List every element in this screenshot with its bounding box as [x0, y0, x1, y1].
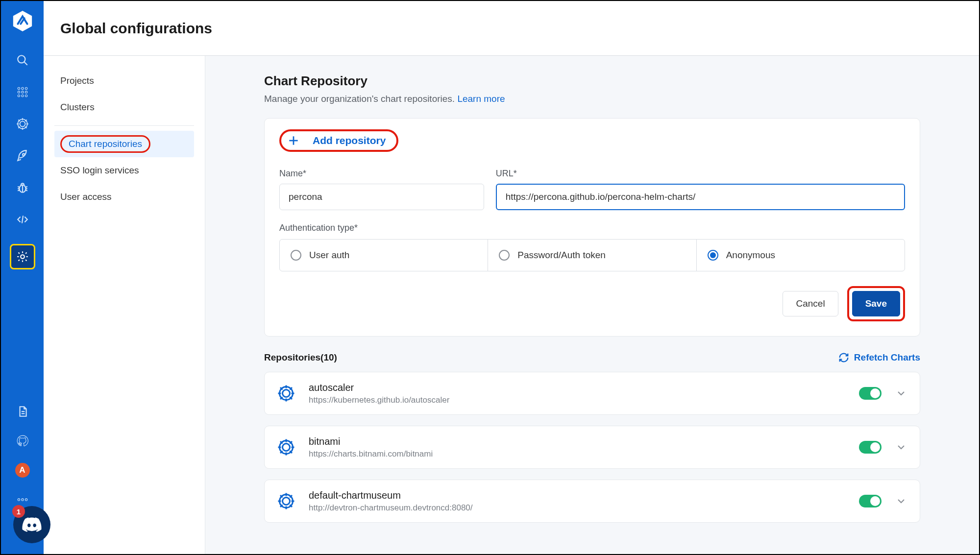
avatar[interactable]: A — [15, 463, 30, 478]
helm-icon — [277, 438, 295, 456]
save-button[interactable]: Save — [852, 291, 900, 316]
svg-point-50 — [283, 444, 290, 451]
name-label: Name* — [279, 169, 484, 179]
repo-toggle[interactable] — [859, 441, 882, 454]
sidebar-item-sso[interactable]: SSO login services — [54, 157, 194, 184]
auth-option-anonymous[interactable]: Anonymous — [697, 240, 905, 271]
svg-point-40 — [283, 390, 290, 397]
auth-option-user-auth[interactable]: User auth — [280, 240, 488, 271]
main-nav-rail: A — [1, 1, 44, 554]
url-input[interactable] — [496, 184, 905, 210]
repo-toggle[interactable] — [859, 387, 882, 400]
main-content: Chart Repository Manage your organizatio… — [205, 56, 979, 554]
add-repo-card: Add repository Name* URL* Authentication… — [264, 118, 920, 337]
radio-icon — [499, 250, 510, 261]
repositories-heading: Repositories(10) — [264, 352, 337, 363]
global-config-icon[interactable] — [10, 244, 35, 269]
cancel-button[interactable]: Cancel — [783, 291, 838, 316]
svg-point-10 — [21, 95, 23, 97]
svg-line-31 — [22, 216, 23, 223]
repo-name: autoscaler — [309, 382, 845, 393]
radio-icon — [291, 250, 301, 261]
sidebar-item-chart-repositories[interactable]: Chart repositories — [54, 131, 194, 157]
svg-point-9 — [18, 95, 20, 97]
svg-point-22 — [23, 154, 24, 156]
svg-point-36 — [21, 499, 23, 501]
discord-bubble[interactable]: 1 — [13, 506, 50, 543]
repo-url: https://charts.bitnami.com/bitnami — [309, 449, 845, 459]
settings-sidebar: Projects Clusters Chart repositories SSO… — [44, 56, 205, 554]
svg-point-5 — [25, 87, 27, 89]
repo-row: default-chartmuseum http://devtron-chart… — [264, 480, 920, 523]
auth-type-group: User auth Password/Auth token Anonymous — [279, 239, 905, 271]
sidebar-item-projects[interactable]: Projects — [54, 68, 194, 94]
helm-icon — [277, 385, 295, 402]
svg-point-8 — [25, 91, 27, 93]
repo-url: https://kubernetes.github.io/autoscaler — [309, 395, 845, 405]
section-subtitle: Manage your organization's chart reposit… — [264, 94, 920, 104]
avatar-letter: A — [19, 465, 25, 475]
svg-point-1 — [18, 55, 25, 63]
add-repository-button[interactable]: Add repository — [279, 129, 398, 152]
chevron-down-icon[interactable] — [895, 441, 907, 453]
svg-point-11 — [25, 95, 27, 97]
svg-point-3 — [18, 87, 20, 89]
bug-icon[interactable] — [15, 180, 30, 195]
svg-point-4 — [21, 87, 23, 89]
app-logo[interactable] — [11, 10, 34, 32]
svg-point-60 — [283, 498, 290, 505]
plus-icon — [287, 134, 300, 147]
docs-icon[interactable] — [15, 404, 30, 419]
repo-toggle[interactable] — [859, 495, 882, 507]
repo-name: default-chartmuseum — [309, 490, 845, 501]
repo-row: bitnami https://charts.bitnami.com/bitna… — [264, 426, 920, 469]
name-input[interactable] — [279, 184, 484, 210]
deploy-icon[interactable] — [15, 148, 30, 163]
search-icon[interactable] — [15, 53, 30, 68]
svg-point-7 — [21, 91, 23, 93]
discord-badge: 1 — [12, 505, 25, 518]
repo-row: autoscaler https://kubernetes.github.io/… — [264, 372, 920, 415]
svg-point-37 — [25, 499, 27, 501]
auth-option-password[interactable]: Password/Auth token — [488, 240, 696, 271]
sidebar-item-clusters[interactable]: Clusters — [54, 94, 194, 121]
helm-icon[interactable] — [15, 117, 30, 131]
code-icon[interactable] — [15, 212, 30, 227]
svg-point-35 — [18, 499, 20, 501]
apps-grid-icon[interactable] — [15, 85, 30, 99]
repo-name: bitnami — [309, 436, 845, 447]
section-title: Chart Repository — [264, 73, 920, 89]
svg-line-2 — [24, 62, 27, 65]
sidebar-item-user-access[interactable]: User access — [54, 184, 194, 210]
svg-point-32 — [21, 255, 24, 259]
page-header: Global configurations — [44, 1, 979, 56]
refetch-charts-button[interactable]: Refetch Charts — [838, 352, 920, 363]
page-title: Global configurations — [60, 20, 212, 37]
chevron-down-icon[interactable] — [895, 495, 907, 507]
url-label: URL* — [496, 169, 905, 179]
svg-point-12 — [20, 121, 25, 127]
chevron-down-icon[interactable] — [895, 387, 907, 399]
auth-type-label: Authentication type* — [279, 223, 905, 233]
helm-icon — [277, 492, 295, 510]
repo-url: http://devtron-chartmuseum.devtroncd:808… — [309, 503, 845, 513]
learn-more-link[interactable]: Learn more — [457, 94, 505, 104]
svg-point-6 — [18, 91, 20, 93]
github-icon[interactable] — [15, 434, 30, 448]
radio-icon — [708, 250, 718, 261]
